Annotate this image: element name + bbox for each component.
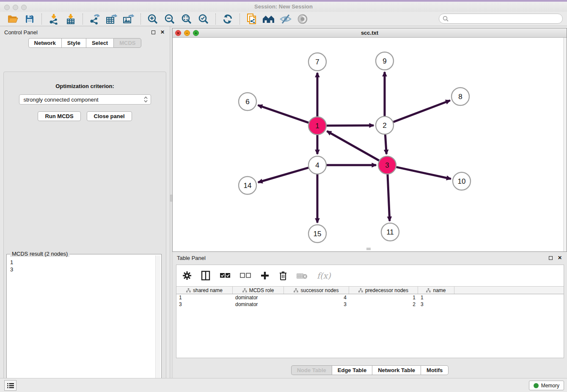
float-table-panel-icon[interactable]	[548, 255, 553, 261]
zoom-out-icon[interactable]	[163, 13, 176, 25]
tab-select[interactable]: Select	[86, 38, 113, 48]
toolbar-separator	[83, 14, 83, 25]
float-panel-icon[interactable]	[150, 29, 156, 35]
attribute-type-icon	[426, 288, 431, 293]
tab-style[interactable]: Style	[61, 38, 86, 48]
tab-motifs[interactable]: Motifs	[421, 365, 449, 375]
table-cell[interactable]: 1	[418, 294, 454, 301]
table-row[interactable]: 3dominator323	[176, 301, 564, 308]
network-close-button[interactable]: ✕	[175, 30, 181, 36]
minimize-window-button[interactable]	[13, 5, 18, 10]
network-scrollbar[interactable]	[563, 38, 567, 251]
main-toolbar	[0, 12, 567, 26]
memory-button[interactable]: Memory	[529, 381, 564, 390]
search-input[interactable]	[449, 16, 554, 22]
table-cell[interactable]: 2	[349, 301, 418, 308]
edge-3-11[interactable]	[388, 174, 390, 221]
node-table-container: f(x) shared nameMCDS rolesuccessor nodes…	[176, 265, 564, 358]
table-header-row[interactable]: shared nameMCDS rolesuccessor nodesprede…	[176, 286, 564, 294]
search-field[interactable]	[439, 14, 563, 24]
close-panel-button[interactable]: Close panel	[87, 111, 132, 121]
zoom-window-button[interactable]	[21, 5, 27, 10]
table-cell[interactable]: dominator	[233, 301, 284, 308]
function-builder-icon: f(x)	[317, 271, 331, 280]
table-cell[interactable]: 1	[349, 294, 418, 301]
tab-mcds[interactable]: MCDS	[113, 38, 141, 48]
close-panel-icon[interactable]: ✕	[160, 29, 165, 35]
copy-network-icon[interactable]	[245, 13, 258, 25]
network-window-title: scc.txt	[173, 28, 567, 37]
task-history-button[interactable]	[4, 380, 17, 391]
node-label-2: 2	[383, 121, 386, 130]
network-canvas[interactable]: 7968124314101511	[173, 38, 563, 247]
table-panel: Table Panel ✕	[172, 252, 567, 378]
toolbar-separator	[41, 14, 42, 25]
table-row[interactable]: 1dominator411	[176, 294, 564, 301]
split-columns-icon[interactable]	[201, 271, 210, 281]
node-label-10: 10	[458, 177, 466, 185]
home-icon[interactable]	[262, 13, 275, 25]
import-network-icon[interactable]	[47, 13, 60, 25]
delete-row-trash-icon[interactable]	[279, 271, 287, 281]
mcds-result-group: MCDS result (2 nodes) 1 3	[6, 254, 162, 389]
export-table-icon[interactable]	[105, 13, 118, 25]
refresh-layout-icon[interactable]	[221, 13, 234, 25]
attribute-type-icon	[242, 288, 247, 293]
import-table-icon[interactable]	[64, 13, 77, 25]
mcds-result-legend: MCDS result (2 nodes)	[10, 251, 69, 257]
mcds-result-text[interactable]: 1 3	[10, 259, 154, 388]
tab-network-table[interactable]: Network Table	[372, 365, 421, 375]
tab-network[interactable]: Network	[28, 38, 61, 48]
show-view-eye-icon[interactable]	[296, 13, 309, 25]
open-session-icon[interactable]	[6, 13, 19, 25]
memory-status-icon	[534, 383, 539, 388]
settings-gear-icon[interactable]	[182, 271, 192, 280]
table-cell[interactable]: 3	[418, 301, 454, 308]
result-scrollbar[interactable]	[155, 255, 160, 388]
table-cell[interactable]: 1	[176, 294, 233, 301]
column-label: shared name	[193, 287, 223, 293]
table-cell[interactable]: 3	[284, 301, 349, 308]
deselect-all-icon[interactable]	[240, 273, 251, 279]
column-header-successor-nodes[interactable]: successor nodes	[284, 287, 349, 294]
close-window-button[interactable]	[4, 5, 10, 10]
tab-node-table[interactable]: Node Table	[291, 365, 332, 375]
node-label-11: 11	[386, 228, 394, 236]
select-stepper-icon	[143, 96, 148, 103]
graph[interactable]: 7968124314101511	[173, 38, 564, 248]
network-window-titlebar[interactable]: ✕ − + scc.txt	[173, 28, 567, 38]
table-cell[interactable]: 4	[284, 294, 349, 301]
add-row-icon[interactable]	[260, 271, 270, 280]
network-maximize-button[interactable]: +	[193, 30, 199, 36]
table-cell[interactable]: 3	[176, 301, 233, 308]
zoom-in-icon[interactable]	[146, 13, 159, 25]
zoom-selected-icon[interactable]	[197, 13, 210, 25]
column-header-name[interactable]: name	[418, 287, 454, 294]
column-header-MCDS-role[interactable]: MCDS role	[233, 287, 284, 294]
edge-4-14[interactable]	[258, 168, 308, 182]
zoom-fit-icon[interactable]	[180, 13, 193, 25]
table-cell[interactable]: dominator	[233, 294, 284, 301]
edge-2-3[interactable]	[385, 135, 386, 154]
edge-1-2[interactable]	[327, 125, 374, 126]
hide-view-eye-slash-icon[interactable]	[279, 13, 292, 25]
table-body: 1dominator4113dominator323	[176, 294, 564, 308]
close-table-panel-icon[interactable]: ✕	[557, 255, 563, 261]
edge-3-10[interactable]	[396, 167, 451, 179]
run-mcds-button[interactable]: Run MCDS	[38, 111, 80, 121]
node-label-15: 15	[314, 230, 322, 238]
network-resize-grip[interactable]	[366, 248, 371, 250]
optimization-criterion-select[interactable]: strongly connected component	[19, 94, 151, 105]
export-image-icon[interactable]	[122, 13, 135, 25]
edge-1-6[interactable]	[258, 105, 309, 122]
node-label-14: 14	[244, 182, 252, 190]
tab-edge-table[interactable]: Edge Table	[332, 365, 372, 375]
column-header-shared-name[interactable]: shared name	[176, 287, 233, 294]
export-network-icon[interactable]	[88, 13, 101, 25]
edge-2-8[interactable]	[394, 100, 450, 122]
edge-3-1[interactable]	[327, 131, 379, 160]
save-session-icon[interactable]	[23, 13, 36, 25]
network-minimize-button[interactable]: −	[184, 30, 190, 36]
column-header-predecessor-nodes[interactable]: predecessor nodes	[349, 287, 418, 294]
select-all-icon[interactable]	[220, 273, 231, 279]
